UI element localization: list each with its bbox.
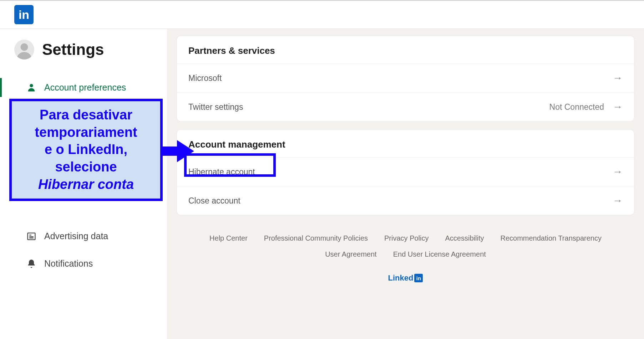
footer-link-accessibility[interactable]: Accessibility <box>445 234 484 242</box>
footer-logo-text: Linked <box>388 273 414 283</box>
row-label: Microsoft <box>188 73 222 83</box>
annotation-text: Para desativar temporariament e o Linked… <box>15 106 157 193</box>
annotation-line3: Hibernar conta <box>38 177 134 192</box>
sidebar-item-notifications[interactable]: Notifications <box>0 250 167 277</box>
footer-link-privacy-policy[interactable]: Privacy Policy <box>384 234 429 242</box>
sidebar: Settings Account preferences Para desati… <box>0 29 167 339</box>
chevron-right-icon: → <box>613 101 623 113</box>
section-title: Account management <box>177 139 634 157</box>
annotation-line1: Para desativar temporariament <box>35 107 137 140</box>
footer-link-community-policies[interactable]: Professional Community Policies <box>264 234 368 242</box>
person-icon <box>26 83 36 93</box>
footer: Help Center Professional Community Polic… <box>177 224 634 283</box>
sidebar-item-advertising-data[interactable]: Advertising data <box>0 222 167 250</box>
row-microsoft[interactable]: Microsoft → <box>177 63 634 92</box>
footer-linkedin-logo[interactable]: Linkedin <box>388 273 423 283</box>
footer-logo-box: in <box>414 274 423 282</box>
row-label: Close account <box>188 196 240 206</box>
row-label: Twitter settings <box>188 102 243 112</box>
row-hibernate-account[interactable]: Hibernate account → <box>177 157 634 186</box>
row-close-account[interactable]: Close account → <box>177 186 634 215</box>
footer-link-help-center[interactable]: Help Center <box>209 234 248 242</box>
sidebar-item-label: Account preferences <box>44 82 126 93</box>
footer-link-user-agreement[interactable]: User Agreement <box>325 250 377 258</box>
page-title: Settings <box>42 41 104 58</box>
row-value: Not Connected <box>549 102 604 112</box>
avatar[interactable] <box>14 40 34 60</box>
settings-header: Settings <box>0 40 167 74</box>
svg-point-0 <box>21 43 28 51</box>
footer-links: Help Center Professional Community Polic… <box>184 234 627 242</box>
chevron-right-icon: → <box>613 72 623 84</box>
sidebar-item-label: Advertising data <box>44 231 108 241</box>
svg-point-1 <box>30 84 33 87</box>
annotation-arrow-icon <box>163 139 195 165</box>
footer-links-row2: User Agreement End User License Agreemen… <box>184 250 627 258</box>
chevron-right-icon: → <box>613 195 623 206</box>
main-content: Partners & services Microsoft → Twitter … <box>167 29 644 339</box>
annotation-callout: Para desativar temporariament e o Linked… <box>9 99 163 201</box>
section-account-management: Account management Hibernate account → C… <box>177 130 634 215</box>
footer-link-recommendation-transparency[interactable]: Recommendation Transparency <box>500 234 601 242</box>
layout: Settings Account preferences Para desati… <box>0 29 644 339</box>
row-twitter-settings[interactable]: Twitter settings Not Connected → <box>177 92 634 121</box>
linkedin-logo[interactable]: in <box>14 5 34 24</box>
row-label: Hibernate account <box>188 167 255 177</box>
chevron-right-icon: → <box>613 166 623 178</box>
footer-link-eula[interactable]: End User License Agreement <box>393 250 486 258</box>
bell-icon <box>26 259 36 269</box>
sidebar-item-label: Notifications <box>44 258 93 269</box>
section-partners-services: Partners & services Microsoft → Twitter … <box>177 36 634 121</box>
topbar: in <box>0 0 644 29</box>
news-icon <box>26 231 36 241</box>
sidebar-item-account-preferences[interactable]: Account preferences <box>0 74 167 101</box>
annotation-line2: e o LinkedIn, selecione <box>45 142 127 174</box>
section-title: Partners & services <box>177 45 634 63</box>
